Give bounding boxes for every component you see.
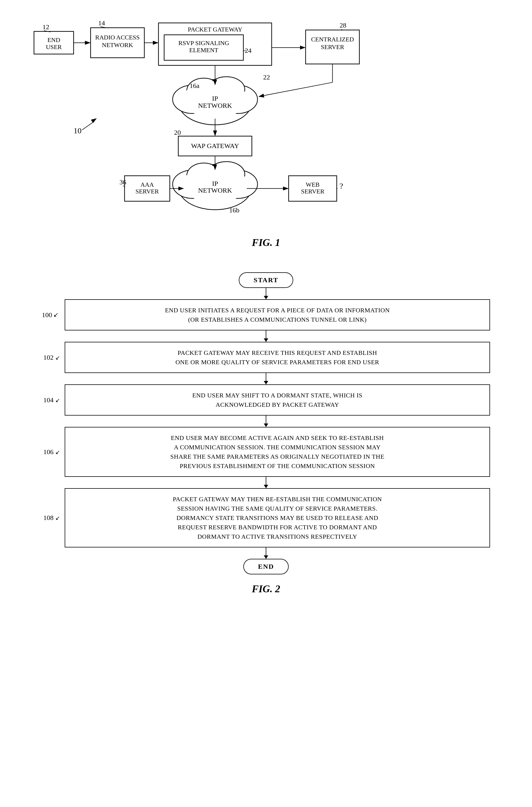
- rsvp-label: RSVP SIGNALING: [178, 39, 229, 46]
- step-108-box: PACKET GATEWAY MAY THEN RE-ESTABLISH THE…: [65, 488, 490, 547]
- step-108-text2: SESSION HAVING THE SAME QUALITY OF SERVI…: [74, 504, 481, 513]
- end-user-label: END: [48, 36, 60, 43]
- ip-network-top-label2: NETWORK: [198, 102, 232, 109]
- central-server-label: CENTRALIZED: [311, 36, 354, 43]
- ip-network-top-label: IP: [212, 95, 218, 102]
- svg-line-24: [259, 82, 332, 96]
- ref-28: 28: [339, 22, 346, 29]
- start-node: START: [239, 272, 293, 288]
- arrow-2: [266, 331, 266, 342]
- ref-16b: 16b: [229, 207, 239, 214]
- step-108-text4: REQUEST RESERVE BANDWIDTH FOR ACTIVE TO …: [74, 523, 481, 532]
- fig2-diagram: START 100 ↙ END USER INITIATES A REQUEST…: [17, 267, 515, 595]
- svg-line-0: [82, 122, 93, 130]
- step-104-box: END USER MAY SHIFT TO A DORMANT STATE, W…: [65, 384, 490, 416]
- ref-16a: 16a: [190, 82, 200, 89]
- aaa-label: AAA: [140, 181, 154, 188]
- step-104-row: 104 ↙ END USER MAY SHIFT TO A DORMANT ST…: [42, 384, 490, 416]
- step-102-ref: 102 ↙: [42, 354, 65, 361]
- step-100-text2: (OR ESTABLISHES A COMMUNICATIONS TUNNEL …: [74, 315, 481, 324]
- fig1-diagram: 10 END USER 12 RADIO ACCESS NETWORK: [17, 11, 515, 244]
- ref-24: 24: [245, 47, 251, 54]
- rsvp-label2: ELEMENT: [189, 46, 218, 54]
- fig2-label: FIG. 2: [252, 583, 280, 595]
- ref-36: 36: [119, 179, 126, 186]
- step-102-text2: ONE OR MORE QUALITY OF SERVICE PARAMETER…: [74, 357, 481, 367]
- step-104-text2: ACKNOWLEDGED BY PACKET GATEWAY: [74, 400, 481, 409]
- radio-access-label: RADIO ACCESS: [95, 34, 140, 41]
- step-104-text: END USER MAY SHIFT TO A DORMANT STATE, W…: [74, 391, 481, 400]
- ref-22: 22: [263, 73, 270, 81]
- ref-20: 20: [174, 129, 181, 136]
- arrow-4: [266, 416, 266, 427]
- flowchart: START 100 ↙ END USER INITIATES A REQUEST…: [17, 272, 515, 575]
- end-user-label2: USER: [46, 43, 62, 51]
- wap-gw-label: WAP GATEWAY: [191, 142, 239, 149]
- radio-access-label2: NETWORK: [102, 41, 133, 49]
- arrow-3: [266, 373, 266, 384]
- step-108-text: PACKET GATEWAY MAY THEN RE-ESTABLISH THE…: [74, 494, 481, 504]
- step-106-text2: A COMMUNICATION SESSION. THE COMMUNICATI…: [74, 443, 481, 452]
- step-100-box: END USER INITIATES A REQUEST FOR A PIECE…: [65, 299, 490, 331]
- step-108-ref: 108 ↙: [42, 514, 65, 522]
- ref-10: 10: [74, 126, 82, 135]
- ip-network-bottom-label: IP: [212, 180, 218, 187]
- web-server-label: WEB: [306, 181, 320, 188]
- main-container: 10 END USER 12 RADIO ACCESS NETWORK: [17, 11, 515, 595]
- ref-14: 14: [98, 19, 105, 27]
- step-106-box: END USER MAY BECOME ACTIVE AGAIN AND SEE…: [65, 427, 490, 477]
- step-106-text: END USER MAY BECOME ACTIVE AGAIN AND SEE…: [74, 433, 481, 443]
- step-100-row: 100 ↙ END USER INITIATES A REQUEST FOR A…: [42, 299, 490, 331]
- step-108-text5: DORMANT TO ACTIVE TRANSITIONS RESPECTIVE…: [74, 532, 481, 541]
- step-108-text3: DORMANCY STATE TRANSITIONS MAY BE USED T…: [74, 513, 481, 523]
- central-server-label2: SERVER: [321, 43, 344, 51]
- step-102-box: PACKET GATEWAY MAY RECEIVE THIS REQUEST …: [65, 342, 490, 373]
- step-102-row: 102 ↙ PACKET GATEWAY MAY RECEIVE THIS RE…: [42, 342, 490, 373]
- step-106-row: 106 ↙ END USER MAY BECOME ACTIVE AGAIN A…: [42, 427, 490, 477]
- step-104-ref: 104 ↙: [42, 396, 65, 404]
- step-100-ref: 100 ↙: [42, 311, 65, 319]
- svg-line-1: [93, 118, 96, 121]
- step-106-text3: SHARE THE SAME PARAMETERS AS ORIGINALLY …: [74, 452, 481, 461]
- web-server-label2: SERVER: [301, 188, 324, 195]
- step-106-text4: PREVIOUS ESTABLISHMENT OF THE COMMUNICAT…: [74, 461, 481, 471]
- arrow-5: [266, 477, 266, 488]
- arrow-1: [266, 288, 266, 299]
- ref-question: ?: [339, 182, 343, 190]
- step-100-text: END USER INITIATES A REQUEST FOR A PIECE…: [74, 305, 481, 315]
- packet-gw-label: PACKET GATEWAY: [188, 26, 243, 33]
- step-102-text: PACKET GATEWAY MAY RECEIVE THIS REQUEST …: [74, 348, 481, 357]
- ip-network-bottom-label2: NETWORK: [198, 187, 232, 194]
- step-108-row: 108 ↙ PACKET GATEWAY MAY THEN RE-ESTABLI…: [42, 488, 490, 547]
- end-node: END: [243, 559, 289, 575]
- ref-12: 12: [42, 23, 49, 31]
- step-106-ref: 106 ↙: [42, 448, 65, 456]
- aaa-label2: SERVER: [136, 188, 159, 195]
- arrow-6: [266, 547, 266, 559]
